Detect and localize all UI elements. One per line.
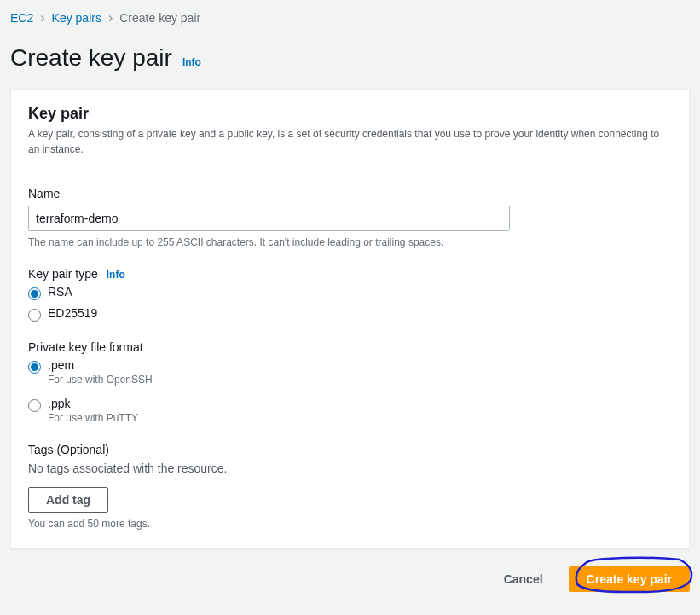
radio-rsa-label: RSA bbox=[48, 285, 72, 299]
keytype-group: Key pair type Info RSA ED25519 bbox=[28, 267, 672, 322]
tags-empty-text: No tags associated with the resource. bbox=[28, 461, 672, 475]
cancel-button[interactable]: Cancel bbox=[487, 567, 560, 591]
radio-pem-label: .pem bbox=[48, 358, 153, 372]
name-label: Name bbox=[28, 187, 672, 200]
breadcrumb-current: Create key pair bbox=[119, 11, 200, 25]
name-input[interactable] bbox=[28, 206, 510, 231]
panel-description: A key pair, consisting of a private key … bbox=[28, 126, 672, 157]
keypair-panel: Key pair A key pair, consisting of a pri… bbox=[10, 89, 690, 549]
panel-body: Name The name can include up to 255 ASCI… bbox=[11, 171, 689, 548]
radio-rsa-input[interactable] bbox=[28, 287, 41, 300]
radio-ed25519: ED25519 bbox=[28, 307, 672, 322]
add-tag-button[interactable]: Add tag bbox=[28, 487, 108, 513]
tags-limit-text: You can add 50 more tags. bbox=[28, 518, 672, 530]
tags-group: Tags (Optional) No tags associated with … bbox=[28, 443, 672, 530]
fileformat-group: Private key file format .pem For use wit… bbox=[28, 340, 672, 424]
chevron-right-icon: › bbox=[108, 10, 113, 26]
chevron-right-icon: › bbox=[40, 10, 44, 26]
radio-ppk-input[interactable] bbox=[28, 399, 41, 412]
keytype-label: Key pair type Info bbox=[28, 267, 672, 281]
name-group: Name The name can include up to 255 ASCI… bbox=[28, 187, 672, 248]
breadcrumb-keypairs-link[interactable]: Key pairs bbox=[52, 11, 101, 25]
panel-header: Key pair A key pair, consisting of a pri… bbox=[11, 90, 689, 171]
keytype-info-link[interactable]: Info bbox=[107, 269, 125, 281]
info-link[interactable]: Info bbox=[182, 56, 201, 68]
footer-actions: Cancel Create key pair bbox=[10, 566, 690, 592]
radio-pem-input[interactable] bbox=[28, 361, 41, 374]
radio-ed25519-label: ED25519 bbox=[48, 306, 97, 320]
radio-ppk-label: .ppk bbox=[48, 397, 138, 410]
keytype-label-text: Key pair type bbox=[28, 267, 98, 281]
page-header: Create key pair Info bbox=[10, 44, 690, 72]
radio-rsa: RSA bbox=[28, 286, 672, 300]
breadcrumb-ec2-link[interactable]: EC2 bbox=[10, 11, 33, 25]
create-keypair-button[interactable]: Create key pair bbox=[569, 566, 690, 592]
tags-label: Tags (Optional) bbox=[28, 443, 672, 456]
panel-title: Key pair bbox=[28, 105, 672, 123]
radio-pem-sublabel: For use with OpenSSH bbox=[48, 374, 153, 386]
radio-ed25519-input[interactable] bbox=[28, 309, 41, 322]
name-help: The name can include up to 255 ASCII cha… bbox=[28, 236, 672, 248]
page-title: Create key pair bbox=[10, 44, 172, 72]
breadcrumb: EC2 › Key pairs › Create key pair bbox=[10, 10, 690, 36]
radio-pem: .pem For use with OpenSSH bbox=[28, 359, 672, 386]
radio-ppk-sublabel: For use with PuTTY bbox=[48, 412, 138, 424]
fileformat-label: Private key file format bbox=[28, 340, 672, 354]
radio-ppk: .ppk For use with PuTTY bbox=[28, 397, 672, 424]
